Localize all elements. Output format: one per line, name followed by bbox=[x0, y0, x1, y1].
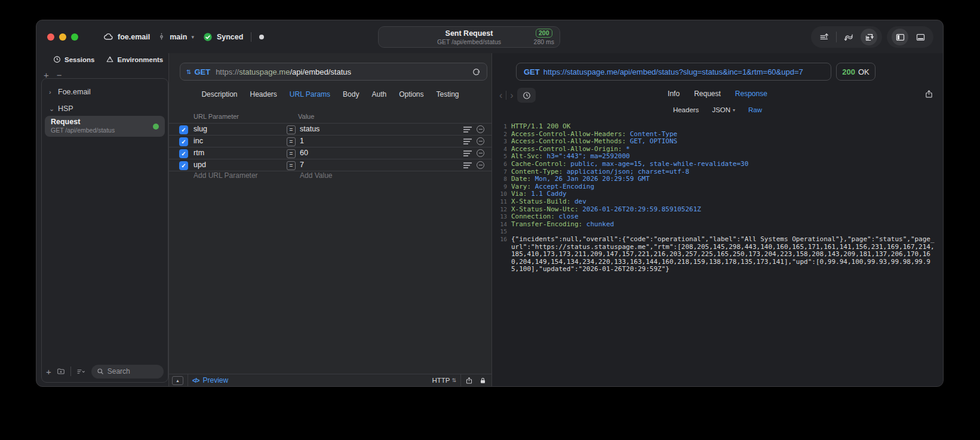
code-icon: </> bbox=[192, 377, 199, 384]
request-tab[interactable]: Options bbox=[399, 90, 423, 99]
response-line: 16 {"incidents":null,"overall":{"code":"… bbox=[498, 236, 938, 273]
request-tab[interactable]: Auth bbox=[371, 90, 386, 99]
param-options-icon[interactable] bbox=[463, 127, 472, 134]
response-subtab[interactable]: JSON▾ bbox=[712, 106, 735, 113]
equals-icon: = bbox=[287, 161, 296, 170]
line-number: 10 bbox=[498, 190, 507, 198]
clock-icon bbox=[53, 56, 61, 63]
line-number: 13 bbox=[498, 213, 507, 221]
protocol-selector[interactable]: HTTP ⇅ bbox=[432, 377, 456, 384]
add-value-button[interactable]: Add Value bbox=[300, 171, 333, 180]
import-export-button[interactable] bbox=[861, 29, 877, 45]
line-number: 6 bbox=[498, 161, 507, 168]
panel-bottom-icon bbox=[916, 32, 926, 42]
param-value[interactable]: 60 bbox=[300, 149, 308, 157]
param-checkbox[interactable]: ✓ bbox=[179, 137, 188, 146]
sync-status-label: Synced bbox=[217, 33, 243, 41]
chevron-down-icon[interactable]: ▾ bbox=[191, 34, 194, 40]
environments-icon bbox=[106, 56, 114, 63]
branch-icon bbox=[158, 32, 165, 41]
flow-button[interactable] bbox=[840, 29, 857, 45]
url-path: /api/embed/status bbox=[290, 67, 351, 76]
param-name[interactable]: inc bbox=[193, 137, 203, 145]
line-number: 5 bbox=[498, 153, 507, 161]
branch-name[interactable]: main bbox=[170, 33, 187, 41]
remove-param-button[interactable] bbox=[477, 137, 484, 145]
param-value[interactable]: 7 bbox=[300, 161, 304, 169]
footer-divider bbox=[460, 374, 461, 387]
titlebar-divider bbox=[251, 32, 251, 42]
new-request-button[interactable]: + bbox=[46, 368, 51, 376]
sort-lines-up-icon bbox=[819, 32, 830, 42]
sent-url-display[interactable]: GET https://statuspage.me/api/embed/stat… bbox=[516, 63, 831, 81]
param-options-icon[interactable] bbox=[463, 139, 472, 146]
request-item-title: Request bbox=[51, 118, 159, 127]
request-item-subtitle: GET /api/embed/status bbox=[51, 127, 159, 134]
request-tab[interactable]: URL Params bbox=[290, 90, 330, 99]
line-number: 11 bbox=[498, 198, 507, 206]
lock-icon[interactable] bbox=[479, 376, 487, 385]
line-content: Transfer-Encoding: chunked bbox=[511, 221, 938, 229]
status-code-badge: 200 bbox=[536, 29, 552, 38]
close-window-button[interactable] bbox=[47, 33, 54, 41]
share-icon[interactable] bbox=[465, 376, 473, 385]
param-name[interactable]: slug bbox=[193, 125, 207, 133]
response-url: https://statuspage.me/api/embed/status?s… bbox=[543, 67, 803, 76]
sort-filter-icon[interactable] bbox=[76, 368, 87, 376]
equals-icon: = bbox=[287, 149, 296, 158]
new-folder-icon[interactable] bbox=[56, 367, 66, 376]
request-tab[interactable]: Headers bbox=[250, 90, 277, 99]
param-checkbox[interactable]: ✓ bbox=[179, 125, 188, 134]
tree-item-foe-email[interactable]: › Foe.email bbox=[49, 88, 91, 96]
sort-requests-button[interactable] bbox=[816, 29, 832, 45]
param-checkbox[interactable]: ✓ bbox=[179, 149, 188, 158]
zoom-window-button[interactable] bbox=[71, 33, 78, 41]
export-response-button[interactable] bbox=[924, 89, 933, 99]
param-checkbox[interactable]: ✓ bbox=[179, 161, 188, 170]
minimize-window-button[interactable] bbox=[59, 33, 66, 41]
response-subtab[interactable]: Headers▾ bbox=[673, 106, 699, 113]
remove-param-button[interactable] bbox=[477, 125, 484, 133]
request-url-input[interactable]: ⇅ GET https://statuspage.me/api/embed/st… bbox=[180, 63, 487, 81]
request-tab[interactable]: Description bbox=[201, 90, 237, 99]
param-options-icon[interactable] bbox=[463, 150, 472, 158]
import-export-icon bbox=[864, 32, 874, 42]
toggle-sidebar-button[interactable] bbox=[892, 29, 908, 45]
request-list-item-selected[interactable]: Request GET /api/embed/status bbox=[45, 116, 165, 137]
line-number: 1 bbox=[498, 123, 507, 131]
search-input[interactable]: Search bbox=[91, 365, 164, 379]
line-content: Vary: Accept-Encoding bbox=[511, 183, 938, 191]
param-rows: ✓ slug = status ✓ inc = 1 ✓ rtm = 60 ✓ u… bbox=[169, 123, 491, 171]
toolbar-group-panels bbox=[887, 26, 933, 48]
remove-param-button[interactable] bbox=[477, 161, 484, 169]
response-subtab[interactable]: Raw▾ bbox=[748, 106, 762, 113]
request-method[interactable]: GET bbox=[194, 67, 210, 76]
preview-button[interactable]: </> Preview bbox=[192, 376, 228, 384]
project-name[interactable]: foe.email bbox=[118, 33, 150, 41]
request-tab[interactable]: Testing bbox=[437, 90, 459, 99]
tab-sessions[interactable]: Sessions bbox=[53, 56, 95, 63]
toggle-bottom-panel-button[interactable] bbox=[912, 29, 929, 45]
request-tab[interactable]: Body bbox=[343, 90, 359, 99]
method-selector-icon[interactable]: ⇅ bbox=[186, 69, 191, 75]
param-value[interactable]: 1 bbox=[300, 137, 304, 145]
resend-request-icon[interactable] bbox=[472, 67, 481, 76]
unsaved-dot-icon bbox=[259, 35, 264, 39]
response-tab[interactable]: Info bbox=[668, 90, 680, 98]
add-url-parameter-button[interactable]: Add URL Parameter bbox=[193, 171, 258, 180]
request-status-pill[interactable]: Sent Request GET /api/embed/status 200 2… bbox=[378, 26, 560, 48]
response-tab[interactable]: Request bbox=[694, 90, 721, 98]
remove-param-button[interactable] bbox=[477, 149, 484, 157]
line-content: {"incidents":null,"overall":{"code":"ope… bbox=[511, 236, 938, 273]
param-name[interactable]: rtm bbox=[193, 149, 204, 157]
response-tab[interactable]: Response bbox=[735, 90, 767, 98]
param-options-icon[interactable] bbox=[463, 162, 472, 170]
response-body[interactable]: 1 HTTP/1.1 200 OK 2 Access-Control-Allow… bbox=[498, 123, 938, 384]
equals-icon: = bbox=[287, 137, 296, 146]
tab-environments[interactable]: Environments bbox=[106, 56, 164, 63]
footer-divider bbox=[188, 374, 188, 387]
collapse-editor-button[interactable]: ▲ bbox=[172, 376, 183, 385]
param-name[interactable]: upd bbox=[193, 161, 206, 169]
param-value[interactable]: status bbox=[300, 125, 320, 133]
tree-item-hsp[interactable]: ⌄ HSP bbox=[49, 104, 73, 113]
